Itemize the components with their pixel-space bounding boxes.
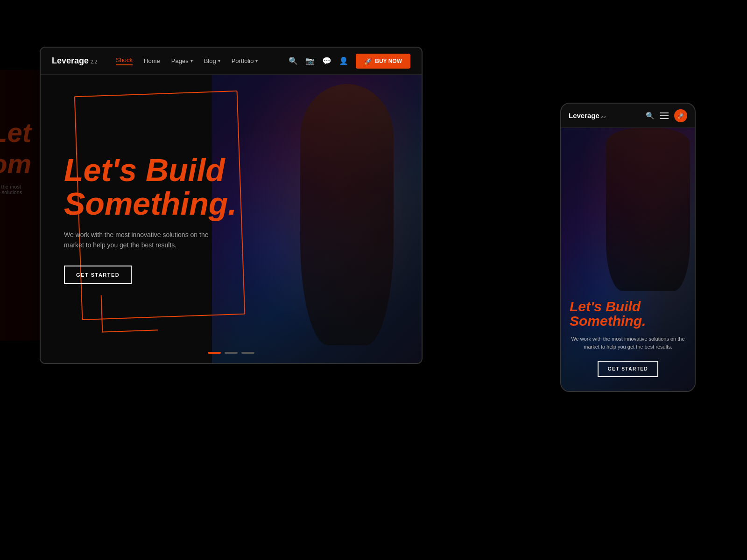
hero-title-line1: Let's Build: [64, 152, 225, 188]
slider-dot-2[interactable]: [225, 352, 238, 354]
mobile-hero-title-line2: Something.: [570, 313, 646, 329]
mobile-search-icon[interactable]: 🔍: [646, 112, 655, 120]
nav-links: Shock Home Pages▾ Blog▾ Portfolio▾: [116, 56, 289, 65]
mobile-person-silhouette: [606, 128, 690, 291]
nav-home[interactable]: Home: [144, 57, 160, 64]
mobile-nav-icons: 🔍 🚀: [646, 109, 687, 122]
logo-version: 2.2: [91, 59, 97, 64]
mobile-buy-button[interactable]: 🚀: [674, 109, 687, 122]
desktop-logo: Leverage2.2: [52, 56, 97, 66]
bg-subtitle: with the most inno solutions on: [0, 184, 28, 201]
hero-title: Let's Build Something.: [64, 154, 227, 220]
hero-title-line2: Something.: [64, 186, 237, 221]
mobile-logo: Leverage2.2: [569, 112, 646, 119]
slider-dot-1[interactable]: [208, 352, 221, 354]
mobile-hero-title-line1: Let's Build: [570, 299, 641, 314]
bg-left-hint: [0, 70, 42, 341]
slider-dot-3[interactable]: [241, 352, 254, 354]
buy-now-button[interactable]: 🚀 BUY NOW: [356, 54, 410, 69]
hero-content: Let's Build Something. We work with the …: [41, 75, 250, 363]
desktop-hero: Let's Build Something. We work with the …: [41, 75, 422, 363]
nav-blog[interactable]: Blog▾: [204, 57, 220, 64]
bg-left-text: Let om with the most inno solutions on: [0, 117, 31, 201]
rocket-icon: 🚀: [364, 57, 372, 65]
mobile-hero-subtitle: We work with the most innovative solutio…: [570, 335, 686, 351]
bg-title-line2: om: [0, 148, 31, 179]
buy-now-label: BUY NOW: [375, 58, 402, 64]
mobile-logo-version: 2.2: [601, 115, 606, 119]
logo-text: Leverage: [52, 56, 89, 65]
desktop-nav-icons: 🔍 📷 💬 👤: [289, 56, 348, 65]
hero-subtitle: We work with the most innovative solutio…: [64, 230, 227, 251]
mobile-logo-text: Leverage: [569, 112, 599, 119]
mobile-hero-content: Let's Build Something. We work with the …: [561, 290, 695, 391]
mobile-hamburger-icon[interactable]: [660, 112, 669, 119]
whatsapp-icon[interactable]: 💬: [322, 56, 331, 65]
mobile-hero: Let's Build Something. We work with the …: [561, 128, 695, 391]
instagram-icon[interactable]: 📷: [305, 56, 315, 65]
nav-pages[interactable]: Pages▾: [171, 57, 193, 64]
user-icon[interactable]: 👤: [339, 56, 348, 65]
nav-portfolio[interactable]: Portfolio▾: [232, 57, 258, 64]
desktop-mockup: Leverage2.2 Shock Home Pages▾ Blog▾ Port…: [40, 47, 423, 364]
mobile-hero-title: Let's Build Something.: [570, 299, 686, 329]
bg-title-line1: Let: [0, 117, 31, 148]
search-icon[interactable]: 🔍: [289, 56, 298, 65]
get-started-button[interactable]: GET STARTED: [64, 266, 132, 284]
slider-dots: [208, 352, 254, 354]
desktop-navbar: Leverage2.2 Shock Home Pages▾ Blog▾ Port…: [41, 48, 422, 75]
mobile-get-started-button[interactable]: GET STARTED: [598, 361, 658, 377]
nav-shock[interactable]: Shock: [116, 56, 133, 65]
mobile-rocket-icon: 🚀: [677, 112, 684, 119]
person-silhouette: [300, 84, 394, 345]
mobile-navbar: Leverage2.2 🔍 🚀: [561, 104, 695, 128]
mobile-mockup: Leverage2.2 🔍 🚀 Let's Build Something. W…: [560, 103, 696, 392]
